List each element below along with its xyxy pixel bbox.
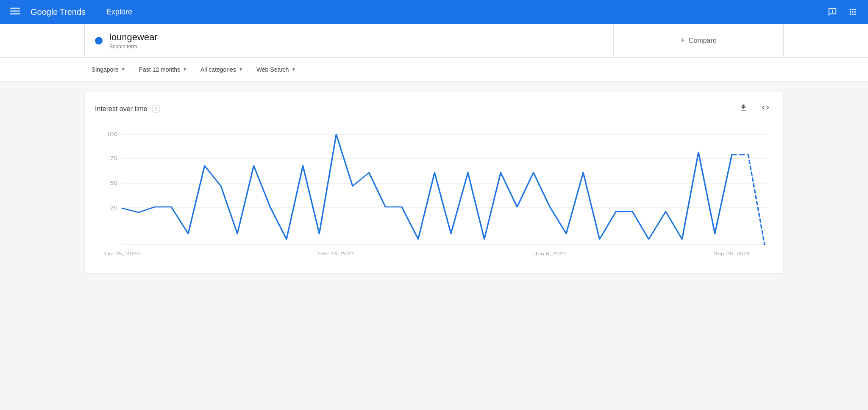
search-area: loungewear Search term + Compare	[0, 24, 868, 58]
compare-plus-icon: +	[680, 36, 685, 45]
svg-text:Oct 25, 2020: Oct 25, 2020	[104, 251, 140, 257]
svg-rect-3	[832, 10, 833, 12]
svg-point-10	[854, 11, 856, 13]
compare-box[interactable]: + Compare	[614, 24, 783, 57]
svg-text:75: 75	[110, 156, 118, 162]
search-term-type: Search term	[109, 44, 158, 50]
trend-line-dashed	[732, 155, 765, 245]
logo-trends: Trends	[60, 7, 86, 17]
svg-point-6	[852, 9, 854, 11]
logo-google: Google	[31, 7, 58, 17]
chart-container: 100 75 50 25 Oct 25, 2020 Feb 14, 2021 J…	[95, 126, 773, 263]
apps-button[interactable]	[844, 3, 861, 20]
trend-line-solid	[122, 134, 732, 239]
chart-title: Interest over time	[95, 105, 147, 113]
filter-category-label: All categories	[200, 66, 236, 73]
header-divider	[96, 6, 96, 18]
chart-header: Interest over time ?	[95, 102, 773, 116]
search-left-bar	[0, 24, 85, 57]
svg-text:Jun 6, 2021: Jun 6, 2021	[534, 251, 567, 257]
filter-time-range[interactable]: Past 12 months ▼	[132, 63, 194, 76]
filter-category[interactable]: All categories ▼	[194, 63, 250, 76]
svg-text:100: 100	[106, 131, 118, 137]
svg-point-11	[850, 14, 851, 15]
app-header: Google Trends Explore	[0, 0, 868, 24]
filter-time-range-label: Past 12 months	[139, 66, 180, 73]
location-chevron-icon: ▼	[121, 67, 125, 72]
search-type-chevron-icon: ▼	[292, 67, 296, 72]
filter-location[interactable]: Singapore ▼	[85, 63, 132, 76]
chart-title-group: Interest over time ?	[95, 105, 160, 113]
chart-card: Interest over time ?	[85, 92, 783, 273]
embed-button[interactable]	[758, 102, 773, 116]
svg-text:25: 25	[110, 205, 118, 211]
svg-point-7	[854, 9, 856, 11]
category-chevron-icon: ▼	[239, 67, 243, 72]
search-term-text: loungewear	[109, 32, 158, 43]
download-button[interactable]	[736, 102, 751, 116]
filter-location-label: Singapore	[92, 66, 119, 73]
trend-chart-svg: 100 75 50 25 Oct 25, 2020 Feb 14, 2021 J…	[95, 126, 773, 262]
menu-icon[interactable]	[7, 3, 24, 22]
feedback-button[interactable]	[824, 3, 841, 20]
svg-text:50: 50	[110, 180, 118, 186]
svg-point-5	[850, 9, 851, 11]
time-range-chevron-icon: ▼	[183, 67, 187, 72]
svg-rect-4	[832, 12, 833, 13]
header-explore-label: Explore	[106, 8, 132, 17]
filters-bar: Singapore ▼ Past 12 months ▼ All categor…	[0, 58, 868, 81]
search-right-bar	[783, 24, 868, 57]
svg-rect-0	[10, 8, 20, 9]
filter-search-type[interactable]: Web Search ▼	[250, 63, 303, 76]
svg-point-12	[852, 14, 854, 15]
search-term-box: loungewear Search term	[85, 24, 614, 57]
header-icons	[824, 3, 861, 20]
svg-point-13	[854, 14, 856, 15]
filter-search-type-label: Web Search	[256, 66, 289, 73]
search-dot	[95, 37, 103, 45]
svg-rect-1	[10, 10, 20, 11]
search-term-info: loungewear Search term	[109, 32, 158, 50]
help-icon[interactable]: ?	[152, 105, 160, 113]
chart-actions	[736, 102, 773, 116]
svg-text:Sep 26, 2021: Sep 26, 2021	[713, 251, 750, 257]
svg-text:Feb 14, 2021: Feb 14, 2021	[318, 251, 354, 257]
svg-rect-2	[10, 13, 20, 14]
svg-point-8	[850, 11, 851, 13]
app-logo: Google Trends	[31, 7, 86, 17]
svg-point-9	[852, 11, 854, 13]
help-icon-text: ?	[154, 106, 157, 112]
main-content: Interest over time ?	[0, 81, 868, 284]
compare-label: Compare	[689, 37, 717, 45]
